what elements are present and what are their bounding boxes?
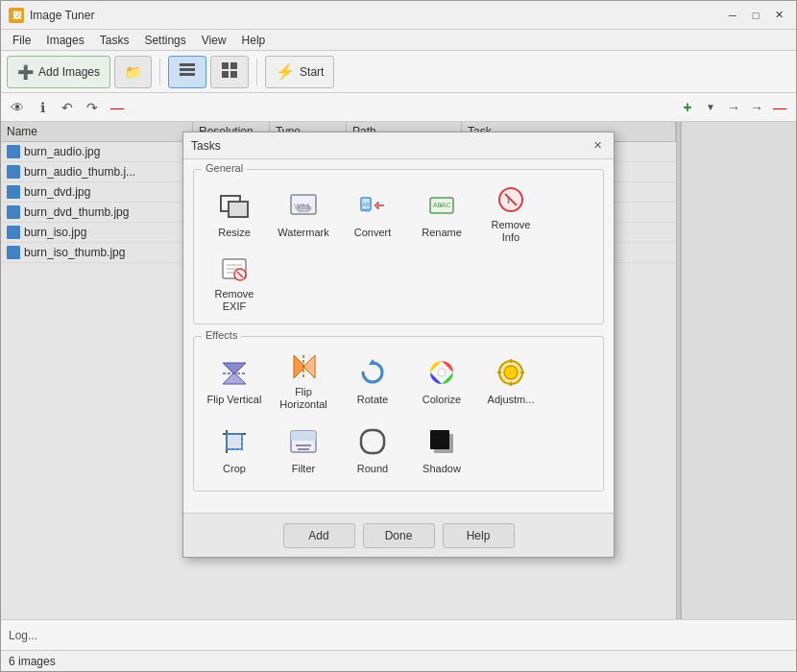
task-item-resize[interactable]: Resize	[202, 181, 267, 247]
svg-rect-2	[180, 73, 195, 76]
remove-exif-label: Remove EXIF	[206, 288, 262, 313]
done-button[interactable]: Done	[363, 523, 435, 548]
task-item-shadow[interactable]: Shadow	[409, 418, 474, 483]
task-item-watermark[interactable]: WM MARK Watermark	[271, 181, 336, 247]
task-item-round[interactable]: Round	[340, 418, 405, 483]
task-item-convert[interactable]: AB AC Convert	[340, 181, 405, 247]
close-button[interactable]: ✕	[769, 6, 788, 25]
folder-icon: 📁	[125, 64, 141, 80]
task-item-remove-exif[interactable]: Remove EXIF	[202, 251, 267, 316]
maximize-button[interactable]: □	[746, 6, 765, 25]
main-content: Name Resolution Type Path Task burn_audi…	[1, 122, 796, 619]
svg-text:i: i	[507, 194, 510, 205]
info-button[interactable]: ℹ	[32, 97, 53, 118]
svg-rect-56	[430, 430, 449, 449]
watermark-label: Watermark	[278, 227, 328, 239]
effects-section-label: Effects	[202, 329, 241, 341]
main-toolbar: ➕ Add Images 📁 ⚡ Start	[1, 51, 796, 93]
log-bar: Log...	[1, 619, 796, 650]
svg-rect-51	[291, 431, 316, 441]
move-up-button[interactable]: →	[723, 97, 744, 118]
svg-rect-54	[361, 430, 384, 453]
task-item-filter[interactable]: Filter	[271, 418, 336, 483]
task-item-remove-info[interactable]: i Remove Info	[478, 181, 543, 247]
svg-text:AC: AC	[442, 202, 451, 208]
add-images-label: Add Images	[38, 65, 100, 79]
dialog-title: Tasks	[191, 139, 589, 153]
crop-label: Crop	[223, 463, 246, 475]
svg-marker-32	[223, 372, 246, 384]
menu-help[interactable]: Help	[234, 32, 274, 49]
add-button[interactable]: Add	[283, 523, 355, 548]
view-thumbnails-button[interactable]	[210, 56, 249, 88]
main-window: 🖼 Image Tuner ─ □ ✕ File Images Tasks Se…	[0, 0, 797, 672]
colorize-icon	[424, 355, 459, 390]
add-task-dropdown[interactable]: ▼	[700, 97, 721, 118]
task-item-flip-vertical[interactable]: Flip Vertical	[202, 348, 267, 414]
menu-tasks[interactable]: Tasks	[92, 32, 137, 49]
general-section-label: General	[202, 162, 247, 174]
round-icon	[355, 424, 390, 459]
lightning-icon: ⚡	[276, 62, 295, 81]
minimize-button[interactable]: ─	[723, 6, 742, 25]
preview-button[interactable]: 👁	[7, 97, 28, 118]
remove-task-button[interactable]: —	[769, 97, 790, 118]
svg-rect-49	[227, 434, 242, 449]
shadow-label: Shadow	[423, 463, 461, 475]
toolbar-sep1	[159, 59, 160, 85]
task-item-colorize[interactable]: Colorize	[409, 348, 474, 414]
dialog-body: General Resize	[183, 159, 614, 513]
rotate-left-button[interactable]: ↶	[57, 97, 78, 118]
svg-rect-8	[229, 202, 248, 217]
view-details-button[interactable]	[168, 56, 206, 88]
task-item-crop[interactable]: Crop	[202, 418, 267, 483]
add-images-button[interactable]: ➕ Add Images	[7, 56, 110, 88]
svg-marker-35	[303, 355, 315, 378]
menu-view[interactable]: View	[194, 32, 234, 49]
dialog-close-button[interactable]: ✕	[589, 137, 606, 155]
task-item-adjustments[interactable]: Adjustm...	[478, 348, 543, 414]
task-item-flip-horizontal[interactable]: Flip Horizontal	[271, 348, 336, 414]
menu-bar: File Images Tasks Settings View Help	[1, 30, 796, 51]
remove-info-label: Remove Info	[483, 219, 539, 244]
window-title: Image Tuner	[30, 9, 723, 22]
open-folder-button[interactable]: 📁	[114, 56, 152, 88]
delete-button[interactable]: —	[107, 97, 128, 118]
app-icon: 🖼	[9, 8, 24, 23]
help-button[interactable]: Help	[443, 523, 515, 548]
dialog-footer: Add Done Help	[183, 513, 614, 557]
menu-file[interactable]: File	[5, 32, 38, 49]
filter-label: Filter	[292, 463, 315, 475]
effects-section: Effects	[193, 336, 604, 492]
flip-horizontal-label: Flip Horizontal	[276, 386, 331, 411]
flip-vertical-label: Flip Vertical	[207, 394, 262, 406]
svg-rect-4	[230, 62, 237, 69]
general-section: General Resize	[193, 169, 604, 324]
title-bar: 🖼 Image Tuner ─ □ ✕	[1, 1, 796, 30]
rename-label: Rename	[422, 227, 462, 239]
svg-point-39	[438, 369, 446, 376]
menu-settings[interactable]: Settings	[136, 32, 193, 49]
toolbar-sep2	[256, 59, 257, 85]
task-item-rotate[interactable]: Rotate	[340, 348, 405, 414]
svg-marker-16	[374, 202, 378, 209]
dialog-title-bar: Tasks ✕	[183, 132, 614, 159]
convert-label: Convert	[354, 227, 392, 239]
convert-icon: AB AC	[355, 188, 390, 223]
adjustments-label: Adjustm...	[488, 394, 535, 406]
rotate-icon	[355, 355, 390, 390]
window-controls: ─ □ ✕	[723, 6, 788, 25]
colorize-label: Colorize	[423, 394, 461, 406]
crop-icon	[217, 424, 252, 459]
menu-images[interactable]: Images	[38, 32, 91, 49]
modal-overlay: Tasks ✕ General	[1, 122, 796, 619]
svg-point-41	[504, 366, 518, 379]
add-task-button[interactable]: +	[677, 97, 698, 118]
rotate-right-button[interactable]: ↷	[82, 97, 103, 118]
start-button[interactable]: ⚡ Start	[265, 56, 334, 88]
task-item-rename[interactable]: AB AC Rename	[409, 181, 474, 247]
status-bar: 6 images	[1, 650, 796, 671]
filter-icon	[286, 424, 321, 459]
move-down-button[interactable]: →	[746, 97, 767, 118]
svg-rect-1	[180, 68, 195, 71]
